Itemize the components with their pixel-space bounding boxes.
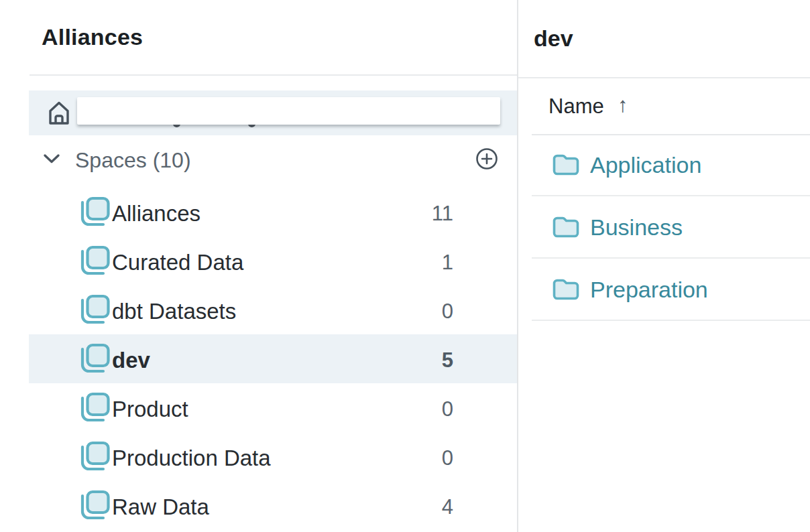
page-title: dev — [534, 25, 573, 52]
space-label: Production Data — [112, 446, 271, 471]
space-label: Alliances — [112, 201, 200, 226]
table-row-preparation[interactable]: Preparation — [518, 259, 810, 321]
sidebar-item-dbt-datasets[interactable]: dbt Datasets 0 — [29, 285, 517, 334]
folder-link[interactable]: Preparation — [590, 277, 708, 303]
row-divider — [532, 320, 810, 321]
table-row-business[interactable]: Business — [518, 196, 810, 259]
table-row-application[interactable]: Application — [518, 134, 810, 196]
folder-icon — [552, 216, 580, 239]
spaces-sidebar: Alliances Spaces (10) — [0, 0, 517, 532]
space-icon — [79, 294, 110, 326]
sidebar-item-product[interactable]: Product 0 — [29, 383, 517, 432]
space-label: dev — [112, 348, 150, 373]
folder-link[interactable]: Business — [590, 214, 683, 241]
space-dataset-count: 0 — [442, 300, 453, 324]
space-dataset-count: 1 — [442, 251, 453, 275]
sidebar-item-alliances[interactable]: Alliances 11 — [29, 188, 517, 237]
table-header-row: Name ↑ — [518, 78, 810, 134]
plus-circle-icon — [475, 147, 498, 170]
folder-icon — [552, 278, 580, 301]
sidebar-item-curated-data[interactable]: Curated Data 1 — [29, 237, 517, 285]
space-label: Product — [112, 397, 188, 422]
sidebar-item-dev[interactable]: dev 5 — [29, 334, 517, 383]
redacted-text-overlay — [77, 97, 500, 125]
space-icon — [79, 196, 110, 228]
folder-icon — [552, 153, 580, 176]
space-contents-panel: dev Name ↑ Application — [518, 0, 810, 532]
space-dataset-count: 11 — [432, 202, 453, 226]
space-label: Curated Data — [112, 250, 243, 275]
add-space-button[interactable] — [475, 147, 498, 170]
sidebar-item-home[interactable] — [29, 90, 517, 135]
home-icon — [46, 99, 72, 126]
space-dataset-count: 5 — [442, 348, 453, 373]
sidebar-title-divider — [30, 74, 517, 76]
sidebar-title: Alliances — [42, 24, 143, 50]
spaces-section-header: Spaces (10) — [29, 138, 517, 180]
sidebar-item-production-data[interactable]: Production Data 0 — [29, 432, 517, 481]
folder-link[interactable]: Application — [590, 152, 701, 178]
arrow-up-icon[interactable]: ↑ — [618, 93, 628, 117]
space-label: Raw Data — [112, 494, 209, 520]
app-window: Alliances Spaces (10) — [0, 0, 810, 532]
space-icon — [79, 245, 110, 277]
space-icon — [79, 343, 110, 375]
column-header-name[interactable]: Name — [548, 94, 604, 119]
space-icon — [79, 490, 110, 522]
space-dataset-count: 0 — [442, 397, 453, 421]
space-dataset-count: 0 — [442, 446, 453, 470]
space-icon — [79, 392, 110, 424]
space-icon — [79, 441, 110, 473]
space-label: dbt Datasets — [112, 299, 236, 324]
chevron-down-icon[interactable] — [42, 153, 61, 165]
space-dataset-count: 4 — [442, 495, 453, 519]
sidebar-item-raw-data[interactable]: Raw Data 4 — [29, 481, 517, 530]
spaces-section-label[interactable]: Spaces (10) — [75, 148, 191, 173]
